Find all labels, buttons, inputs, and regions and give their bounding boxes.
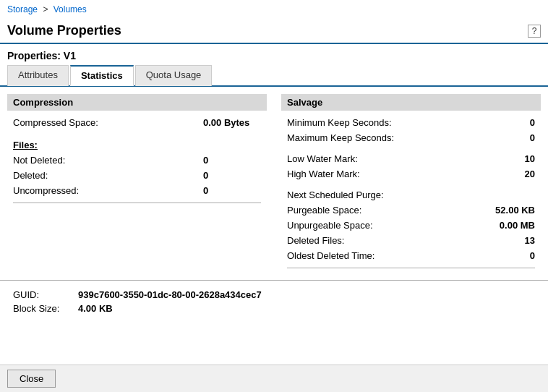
block-size-value: 4.00 KB — [78, 303, 113, 314]
block-size-label: Block Size: — [13, 303, 78, 314]
purgeable-row: Purgeable Space: 52.00 KB — [281, 203, 541, 218]
salvage-header: Salvage — [281, 94, 541, 111]
uncompressed-value: 0 — [203, 185, 261, 196]
not-deleted-value: 0 — [203, 155, 261, 166]
unpurgeable-row: Unpurgeable Space: 0.00 MB — [281, 218, 541, 233]
not-deleted-label: Not Deleted: — [13, 155, 65, 166]
main-content: Compression Compressed Space: 0.00 Bytes… — [0, 87, 548, 273]
breadcrumb-separator: > — [43, 4, 48, 14]
deleted-files-row: Deleted Files: 13 — [281, 233, 541, 248]
properties-label: Properties: V1 — [0, 44, 548, 64]
block-size-row: Block Size: 4.00 KB — [13, 302, 535, 315]
min-keep-value: 0 — [484, 117, 535, 128]
tab-quota-usage[interactable]: Quota Usage — [135, 65, 213, 86]
unpurgeable-value: 0.00 MB — [484, 220, 535, 231]
deleted-files-label: Deleted Files: — [287, 235, 344, 246]
oldest-deleted-value: 0 — [484, 250, 535, 261]
high-water-value: 20 — [484, 169, 535, 179]
compression-panel: Compression Compressed Space: 0.00 Bytes… — [7, 94, 267, 273]
max-keep-label: Maximum Keep Seconds: — [287, 132, 394, 143]
tab-attributes[interactable]: Attributes — [7, 65, 69, 86]
low-water-label: Low Water Mark: — [287, 153, 358, 164]
breadcrumb-volumes-link[interactable]: Volumes — [53, 4, 87, 14]
high-water-label: High Water Mark: — [287, 169, 360, 179]
files-label: Files: — [7, 137, 267, 153]
compressed-space-label: Compressed Space: — [13, 117, 98, 128]
oldest-deleted-row: Oldest Deleted Time: 0 — [281, 248, 541, 263]
compressed-space-value: 0.00 Bytes — [203, 117, 261, 128]
deleted-files-value: 13 — [484, 235, 535, 246]
page-header: Volume Properties ? — [0, 17, 548, 44]
help-icon[interactable]: ? — [528, 25, 541, 38]
close-button[interactable]: Close — [7, 370, 56, 388]
min-keep-label: Minimum Keep Seconds: — [287, 117, 392, 128]
salvage-divider — [287, 268, 535, 268]
max-keep-row: Maximum Keep Seconds: 0 — [281, 130, 541, 145]
deleted-label: Deleted: — [13, 170, 48, 181]
uncompressed-label: Uncompressed: — [13, 185, 79, 196]
guid-label: GUID: — [13, 289, 78, 300]
footer-bar: Close — [0, 365, 548, 392]
unpurgeable-label: Unpurgeable Space: — [287, 220, 373, 231]
breadcrumb-storage-link[interactable]: Storage — [7, 4, 38, 14]
min-keep-row: Minimum Keep Seconds: 0 — [281, 115, 541, 130]
guid-row: GUID: 939c7600-3550-01dc-80-00-2628a434c… — [13, 288, 535, 302]
high-water-row: High Water Mark: 20 — [281, 166, 541, 182]
purgeable-label: Purgeable Space: — [287, 205, 361, 216]
low-water-row: Low Water Mark: 10 — [281, 151, 541, 166]
properties-text: Properties: — [7, 50, 61, 61]
deleted-row: Deleted: 0 — [7, 168, 267, 183]
purgeable-value: 52.00 KB — [484, 205, 535, 216]
not-deleted-row: Not Deleted: 0 — [7, 153, 267, 168]
next-purge-row: Next Scheduled Purge: — [281, 187, 541, 203]
uncompressed-row: Uncompressed: 0 — [7, 183, 267, 198]
tab-statistics[interactable]: Statistics — [70, 65, 134, 86]
deleted-value: 0 — [203, 170, 261, 181]
bottom-section: GUID: 939c7600-3550-01dc-80-00-2628a434c… — [0, 280, 548, 321]
next-purge-value — [484, 189, 535, 200]
oldest-deleted-label: Oldest Deleted Time: — [287, 250, 374, 261]
volume-name-value: V1 — [64, 50, 76, 61]
compression-divider — [13, 203, 261, 203]
next-purge-label: Next Scheduled Purge: — [287, 189, 384, 200]
compression-header: Compression — [7, 94, 267, 111]
page-title: Volume Properties — [7, 23, 121, 38]
max-keep-value: 0 — [484, 132, 535, 143]
breadcrumb: Storage > Volumes — [0, 0, 548, 17]
guid-value: 939c7600-3550-01dc-80-00-2628a434cec7 — [78, 289, 262, 300]
tabs-bar: Attributes Statistics Quota Usage — [0, 64, 548, 87]
salvage-panel: Salvage Minimum Keep Seconds: 0 Maximum … — [281, 94, 541, 273]
compressed-space-row: Compressed Space: 0.00 Bytes — [7, 115, 267, 130]
low-water-value: 10 — [484, 153, 535, 164]
